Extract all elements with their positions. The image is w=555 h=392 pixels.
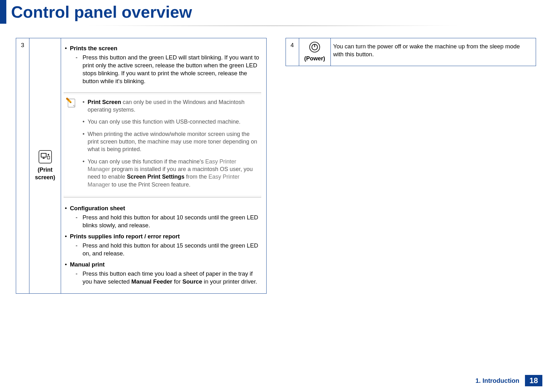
- print-screen-icon-cell: (Print screen): [29, 38, 61, 294]
- page-number: 18: [525, 375, 542, 386]
- content-columns: 3 (Print screen): [0, 28, 555, 294]
- svg-rect-3: [47, 156, 50, 159]
- print-screen-label: (Print screen): [35, 167, 55, 181]
- print-screen-icon: [39, 150, 52, 163]
- note-item-1: Print Screen can only be used in the Win…: [81, 98, 259, 114]
- header-divider: [0, 25, 546, 28]
- power-icon: [309, 48, 320, 54]
- page-footer: 1. Introduction 18: [475, 375, 542, 386]
- note-icon: [66, 98, 77, 111]
- svg-rect-2: [43, 158, 45, 159]
- chapter-label: 1. Introduction: [475, 377, 525, 384]
- row-number: 3: [16, 38, 29, 294]
- item-configuration-sheet: Configuration sheet Press and hold this …: [64, 205, 261, 230]
- item-manual-print: Manual print Press this button each time…: [64, 261, 261, 286]
- item-title: Configuration sheet: [70, 205, 125, 211]
- row-number: 4: [286, 38, 299, 66]
- note-box: Print Screen can only be used in the Win…: [64, 92, 261, 198]
- item-detail: Press and hold this button for about 10 …: [74, 214, 261, 230]
- note-list: Print Screen can only be used in the Win…: [81, 96, 259, 193]
- svg-rect-1: [41, 154, 46, 157]
- header-accent-bar: [0, 0, 6, 24]
- control-panel-table-row-3: 3 (Print screen): [16, 38, 267, 294]
- control-panel-table-row-4: 4 (Power) You can turn the power off or …: [286, 38, 536, 66]
- left-column: 3 (Print screen): [16, 38, 267, 294]
- note-item-2: You can only use this function with USB-…: [81, 118, 259, 126]
- item-detail: Press and hold this button for about 15 …: [74, 242, 261, 258]
- power-description: You can turn the power off or wake the m…: [330, 38, 536, 66]
- note-item-3: When printing the active window/whole mo…: [81, 130, 259, 153]
- item-detail: Press this button and the green LED will…: [74, 54, 261, 85]
- page-title: Control panel overview: [0, 0, 555, 25]
- page-header: Control panel overview: [0, 0, 555, 28]
- item-prints-the-screen: Prints the screen Press this button and …: [64, 45, 261, 85]
- item-supplies-info-report: Prints supplies info report / error repo…: [64, 233, 261, 258]
- print-screen-description: Prints the screen Press this button and …: [61, 38, 267, 294]
- item-title: Prints the screen: [70, 45, 117, 52]
- item-title: Manual print: [70, 261, 105, 268]
- item-title: Prints supplies info report / error repo…: [70, 233, 180, 240]
- right-column: 4 (Power) You can turn the power off or …: [286, 38, 536, 294]
- power-icon-cell: (Power): [299, 38, 330, 66]
- item-detail: Press this button each time you load a s…: [74, 270, 261, 286]
- note-item-4: You can only use this function if the ma…: [81, 158, 259, 188]
- power-label: (Power): [304, 55, 325, 62]
